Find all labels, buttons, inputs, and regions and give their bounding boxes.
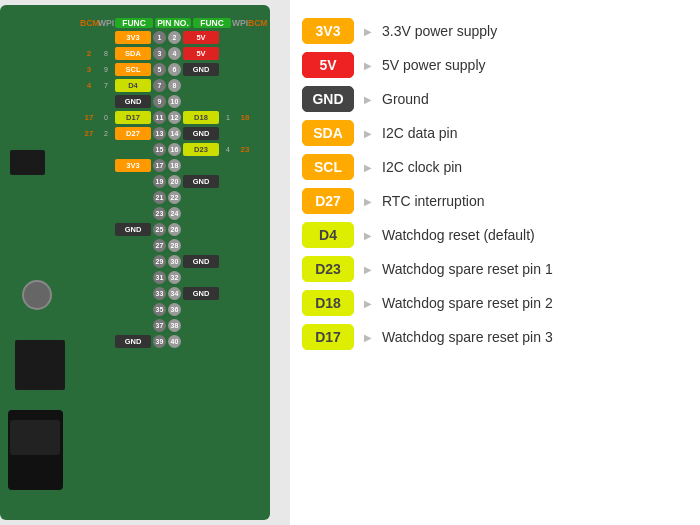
legend-item: D18▶Watchdog spare reset pin 2 xyxy=(302,290,688,316)
pin-right: 34 xyxy=(168,287,181,300)
func-left xyxy=(115,143,151,156)
legend-badge: GND xyxy=(302,86,354,112)
hdmi-port xyxy=(10,420,60,455)
func-left xyxy=(115,191,151,204)
legend-arrow: ▶ xyxy=(364,196,372,207)
legend-arrow: ▶ xyxy=(364,128,372,139)
gpio-row: GND3940 xyxy=(80,334,266,349)
gpio-overlay: BCM WPI FUNC PIN NO. FUNC WPI BCM 3V3125… xyxy=(80,18,266,350)
wpi-left: 7 xyxy=(98,82,114,89)
board-chip2 xyxy=(10,150,45,175)
legend-container: 3V3▶3.3V power supply5V▶5V power supplyG… xyxy=(302,18,688,350)
legend-item: SDA▶I2C data pin xyxy=(302,120,688,146)
legend-item: 5V▶5V power supply xyxy=(302,52,688,78)
func-left: GND xyxy=(115,335,151,348)
func-right: D18 xyxy=(183,111,219,124)
legend-arrow: ▶ xyxy=(364,332,372,343)
gpio-row: 3536 xyxy=(80,302,266,317)
legend-description: RTC interruption xyxy=(382,193,484,209)
legend-item: D23▶Watchdog spare reset pin 1 xyxy=(302,256,688,282)
legend-badge: SCL xyxy=(302,154,354,180)
func-right: GND xyxy=(183,255,219,268)
func-right: GND xyxy=(183,63,219,76)
legend-arrow: ▶ xyxy=(364,94,372,105)
pin-right: 30 xyxy=(168,255,181,268)
func-left: SCL xyxy=(115,63,151,76)
gpio-row: 1516D23423 xyxy=(80,142,266,157)
func-left xyxy=(115,255,151,268)
pin-right: 20 xyxy=(168,175,181,188)
pin-left: 11 xyxy=(153,111,166,124)
pin-left: 35 xyxy=(153,303,166,316)
func-right: GND xyxy=(183,175,219,188)
hdr-wpi-left: WPI xyxy=(98,18,114,28)
legend-arrow: ▶ xyxy=(364,298,372,309)
gpio-row: 2122 xyxy=(80,190,266,205)
func-left xyxy=(115,271,151,284)
pin-left: 39 xyxy=(153,335,166,348)
gpio-row: 2324 xyxy=(80,206,266,221)
pin-right: 36 xyxy=(168,303,181,316)
func-right xyxy=(183,335,219,348)
func-left xyxy=(115,207,151,220)
gpio-row: 28SDA345V xyxy=(80,46,266,61)
pin-left: 27 xyxy=(153,239,166,252)
legend-item: D27▶RTC interruption xyxy=(302,188,688,214)
pin-right: 26 xyxy=(168,223,181,236)
func-left: SDA xyxy=(115,47,151,60)
hdr-bcm-right: BCM xyxy=(248,18,266,28)
gpio-row: 39SCL56GND xyxy=(80,62,266,77)
func-left xyxy=(115,319,151,332)
gpio-row: 3V31718 xyxy=(80,158,266,173)
pin-right: 24 xyxy=(168,207,181,220)
pin-left: 19 xyxy=(153,175,166,188)
func-right xyxy=(183,159,219,172)
legend-description: Watchdog spare reset pin 1 xyxy=(382,261,553,277)
legend-item: 3V3▶3.3V power supply xyxy=(302,18,688,44)
hdr-func-right: FUNC xyxy=(193,18,231,28)
legend-arrow: ▶ xyxy=(364,26,372,37)
gpio-row: 3334GND xyxy=(80,286,266,301)
pin-right: 38 xyxy=(168,319,181,332)
wpi-right: 1 xyxy=(220,114,236,121)
bcm-left: 3 xyxy=(80,65,98,74)
pin-left: 15 xyxy=(153,143,166,156)
gpio-row: 3132 xyxy=(80,270,266,285)
legend-badge: 3V3 xyxy=(302,18,354,44)
func-right: 5V xyxy=(183,31,219,44)
pin-left: 13 xyxy=(153,127,166,140)
gpio-row: 272D271314GND xyxy=(80,126,266,141)
bcm-left: 4 xyxy=(80,81,98,90)
legend-description: I2C data pin xyxy=(382,125,458,141)
pin-right: 18 xyxy=(168,159,181,172)
pin-left: 37 xyxy=(153,319,166,332)
func-left: D17 xyxy=(115,111,151,124)
func-right xyxy=(183,95,219,108)
gpio-row: 3738 xyxy=(80,318,266,333)
pin-left: 33 xyxy=(153,287,166,300)
func-right xyxy=(183,223,219,236)
legend-badge: 5V xyxy=(302,52,354,78)
legend-description: I2C clock pin xyxy=(382,159,462,175)
legend-item: D4▶Watchdog reset (default) xyxy=(302,222,688,248)
pin-right: 8 xyxy=(168,79,181,92)
wpi-left: 8 xyxy=(98,50,114,57)
pin-left: 23 xyxy=(153,207,166,220)
legend-description: 5V power supply xyxy=(382,57,486,73)
legend-description: Watchdog reset (default) xyxy=(382,227,535,243)
pin-right: 32 xyxy=(168,271,181,284)
gpio-row: 3V3125V xyxy=(80,30,266,45)
gpio-header: BCM WPI FUNC PIN NO. FUNC WPI BCM xyxy=(80,18,266,28)
pin-right: 14 xyxy=(168,127,181,140)
legend-item: SCL▶I2C clock pin xyxy=(302,154,688,180)
pin-left: 21 xyxy=(153,191,166,204)
legend-badge: SDA xyxy=(302,120,354,146)
main-layout: BCM WPI FUNC PIN NO. FUNC WPI BCM 3V3125… xyxy=(0,0,700,525)
gpio-row: GND2526 xyxy=(80,222,266,237)
wpi-left: 2 xyxy=(98,130,114,137)
bcm-left: 17 xyxy=(80,113,98,122)
pin-right: 40 xyxy=(168,335,181,348)
hdr-bcm-left: BCM xyxy=(80,18,98,28)
func-left xyxy=(115,303,151,316)
gpio-row: 2728 xyxy=(80,238,266,253)
